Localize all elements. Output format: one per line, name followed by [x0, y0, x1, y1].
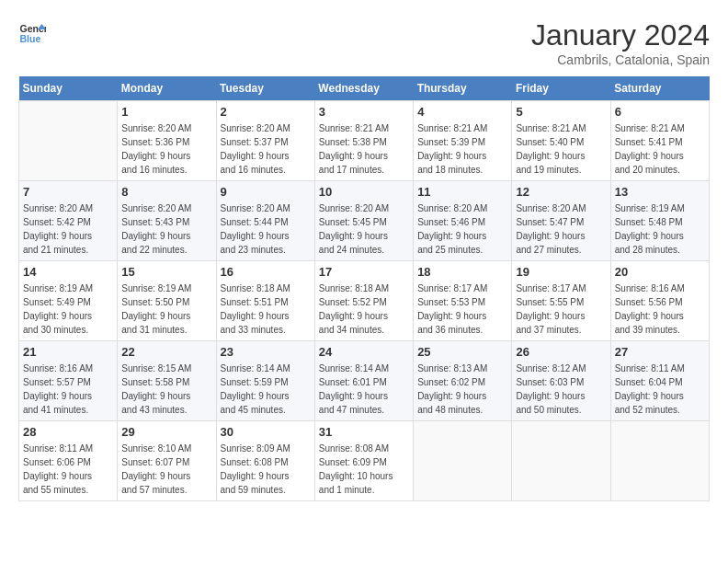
- calendar-cell: 3Sunrise: 8:21 AMSunset: 5:38 PMDaylight…: [314, 101, 413, 181]
- calendar-cell: [610, 421, 709, 501]
- calendar-table: SundayMondayTuesdayWednesdayThursdayFrid…: [18, 76, 710, 501]
- calendar-cell: 27Sunrise: 8:11 AMSunset: 6:04 PMDayligh…: [610, 341, 709, 421]
- calendar-cell: 18Sunrise: 8:17 AMSunset: 5:53 PMDayligh…: [414, 261, 512, 341]
- day-info: Sunrise: 8:11 AMSunset: 6:06 PMDaylight:…: [23, 442, 113, 497]
- page-header: General Blue January 2024 Cambrils, Cata…: [18, 18, 710, 67]
- day-number: 24: [319, 345, 409, 359]
- calendar-cell: 13Sunrise: 8:19 AMSunset: 5:48 PMDayligh…: [610, 181, 709, 261]
- day-info: Sunrise: 8:12 AMSunset: 6:03 PMDaylight:…: [516, 362, 606, 417]
- day-number: 13: [615, 185, 705, 199]
- title-block: January 2024 Cambrils, Catalonia, Spain: [531, 18, 710, 67]
- day-info: Sunrise: 8:20 AMSunset: 5:36 PMDaylight:…: [121, 121, 211, 177]
- day-number: 16: [221, 265, 311, 279]
- day-number: 1: [121, 105, 211, 119]
- logo-icon: General Blue: [18, 18, 46, 46]
- day-number: 17: [319, 265, 409, 279]
- day-number: 23: [221, 345, 311, 359]
- header-day-saturday: Saturday: [610, 76, 709, 101]
- day-number: 3: [319, 105, 409, 119]
- calendar-cell: 22Sunrise: 8:15 AMSunset: 5:58 PMDayligh…: [118, 341, 216, 421]
- calendar-cell: 21Sunrise: 8:16 AMSunset: 5:57 PMDayligh…: [19, 341, 118, 421]
- day-info: Sunrise: 8:21 AMSunset: 5:41 PMDaylight:…: [615, 121, 705, 177]
- calendar-body: 1Sunrise: 8:20 AMSunset: 5:36 PMDaylight…: [19, 101, 710, 501]
- day-number: 14: [23, 265, 113, 279]
- day-info: Sunrise: 8:20 AMSunset: 5:45 PMDaylight:…: [319, 201, 409, 257]
- calendar-cell: 7Sunrise: 8:20 AMSunset: 5:42 PMDaylight…: [19, 181, 118, 261]
- calendar-cell: 30Sunrise: 8:09 AMSunset: 6:08 PMDayligh…: [216, 421, 314, 501]
- calendar-cell: 19Sunrise: 8:17 AMSunset: 5:55 PMDayligh…: [512, 261, 610, 341]
- calendar-cell: 31Sunrise: 8:08 AMSunset: 6:09 PMDayligh…: [314, 421, 413, 501]
- svg-text:Blue: Blue: [20, 33, 41, 44]
- calendar-cell: 23Sunrise: 8:14 AMSunset: 5:59 PMDayligh…: [216, 341, 314, 421]
- day-number: 6: [615, 105, 705, 119]
- day-info: Sunrise: 8:19 AMSunset: 5:50 PMDaylight:…: [121, 282, 211, 337]
- day-info: Sunrise: 8:20 AMSunset: 5:42 PMDaylight:…: [23, 201, 113, 257]
- day-number: 10: [319, 185, 409, 199]
- day-number: 9: [221, 185, 311, 199]
- day-number: 30: [221, 425, 311, 439]
- day-number: 29: [121, 425, 211, 439]
- day-number: 7: [23, 185, 113, 199]
- day-number: 19: [516, 265, 606, 279]
- calendar-cell: 16Sunrise: 8:18 AMSunset: 5:51 PMDayligh…: [216, 261, 314, 341]
- calendar-cell: 29Sunrise: 8:10 AMSunset: 6:07 PMDayligh…: [118, 421, 216, 501]
- calendar-cell: 12Sunrise: 8:20 AMSunset: 5:47 PMDayligh…: [512, 181, 610, 261]
- calendar-cell: 17Sunrise: 8:18 AMSunset: 5:52 PMDayligh…: [314, 261, 413, 341]
- calendar-cell: 4Sunrise: 8:21 AMSunset: 5:39 PMDaylight…: [414, 101, 512, 181]
- day-number: 12: [516, 185, 606, 199]
- day-info: Sunrise: 8:21 AMSunset: 5:38 PMDaylight:…: [319, 121, 409, 177]
- day-info: Sunrise: 8:16 AMSunset: 5:57 PMDaylight:…: [23, 362, 113, 417]
- day-number: 20: [615, 265, 705, 279]
- calendar-cell: 1Sunrise: 8:20 AMSunset: 5:36 PMDaylight…: [118, 101, 216, 181]
- calendar-cell: 11Sunrise: 8:20 AMSunset: 5:46 PMDayligh…: [414, 181, 512, 261]
- week-row-2: 14Sunrise: 8:19 AMSunset: 5:49 PMDayligh…: [19, 261, 710, 341]
- week-row-1: 7Sunrise: 8:20 AMSunset: 5:42 PMDaylight…: [19, 181, 710, 261]
- day-number: 25: [417, 345, 507, 359]
- calendar-cell: 10Sunrise: 8:20 AMSunset: 5:45 PMDayligh…: [314, 181, 413, 261]
- month-title: January 2024: [531, 18, 710, 52]
- day-number: 15: [121, 265, 211, 279]
- calendar-cell: [414, 421, 512, 501]
- day-info: Sunrise: 8:15 AMSunset: 5:58 PMDaylight:…: [121, 362, 211, 417]
- calendar-cell: 6Sunrise: 8:21 AMSunset: 5:41 PMDaylight…: [610, 101, 709, 181]
- day-info: Sunrise: 8:09 AMSunset: 6:08 PMDaylight:…: [221, 442, 311, 497]
- header-row: SundayMondayTuesdayWednesdayThursdayFrid…: [19, 76, 710, 101]
- day-info: Sunrise: 8:08 AMSunset: 6:09 PMDaylight:…: [319, 442, 409, 497]
- day-info: Sunrise: 8:20 AMSunset: 5:43 PMDaylight:…: [121, 201, 211, 257]
- location-subtitle: Cambrils, Catalonia, Spain: [531, 52, 710, 67]
- day-info: Sunrise: 8:21 AMSunset: 5:39 PMDaylight:…: [417, 121, 507, 177]
- day-info: Sunrise: 8:21 AMSunset: 5:40 PMDaylight:…: [516, 121, 606, 177]
- calendar-cell: 2Sunrise: 8:20 AMSunset: 5:37 PMDaylight…: [216, 101, 314, 181]
- day-info: Sunrise: 8:20 AMSunset: 5:47 PMDaylight:…: [516, 201, 606, 257]
- day-info: Sunrise: 8:20 AMSunset: 5:46 PMDaylight:…: [417, 201, 507, 257]
- day-number: 27: [615, 345, 705, 359]
- day-info: Sunrise: 8:14 AMSunset: 6:01 PMDaylight:…: [319, 362, 409, 417]
- day-info: Sunrise: 8:13 AMSunset: 6:02 PMDaylight:…: [417, 362, 507, 417]
- day-info: Sunrise: 8:19 AMSunset: 5:49 PMDaylight:…: [23, 282, 113, 337]
- day-number: 28: [23, 425, 113, 439]
- calendar-cell: 20Sunrise: 8:16 AMSunset: 5:56 PMDayligh…: [610, 261, 709, 341]
- calendar-cell: [512, 421, 610, 501]
- week-row-3: 21Sunrise: 8:16 AMSunset: 5:57 PMDayligh…: [19, 341, 710, 421]
- header-day-friday: Friday: [512, 76, 610, 101]
- calendar-cell: 15Sunrise: 8:19 AMSunset: 5:50 PMDayligh…: [118, 261, 216, 341]
- day-info: Sunrise: 8:18 AMSunset: 5:52 PMDaylight:…: [319, 282, 409, 337]
- day-info: Sunrise: 8:19 AMSunset: 5:48 PMDaylight:…: [615, 201, 705, 257]
- calendar-cell: 26Sunrise: 8:12 AMSunset: 6:03 PMDayligh…: [512, 341, 610, 421]
- day-number: 5: [516, 105, 606, 119]
- day-info: Sunrise: 8:10 AMSunset: 6:07 PMDaylight:…: [121, 442, 211, 497]
- logo: General Blue: [18, 18, 46, 46]
- day-number: 26: [516, 345, 606, 359]
- calendar-header: SundayMondayTuesdayWednesdayThursdayFrid…: [19, 76, 710, 101]
- day-number: 22: [121, 345, 211, 359]
- calendar-cell: 5Sunrise: 8:21 AMSunset: 5:40 PMDaylight…: [512, 101, 610, 181]
- calendar-cell: [19, 101, 118, 181]
- day-info: Sunrise: 8:17 AMSunset: 5:55 PMDaylight:…: [516, 282, 606, 337]
- day-number: 8: [121, 185, 211, 199]
- header-day-sunday: Sunday: [19, 76, 118, 101]
- day-info: Sunrise: 8:16 AMSunset: 5:56 PMDaylight:…: [615, 282, 705, 337]
- day-number: 4: [417, 105, 507, 119]
- header-day-tuesday: Tuesday: [216, 76, 314, 101]
- calendar-cell: 24Sunrise: 8:14 AMSunset: 6:01 PMDayligh…: [314, 341, 413, 421]
- week-row-0: 1Sunrise: 8:20 AMSunset: 5:36 PMDaylight…: [19, 101, 710, 181]
